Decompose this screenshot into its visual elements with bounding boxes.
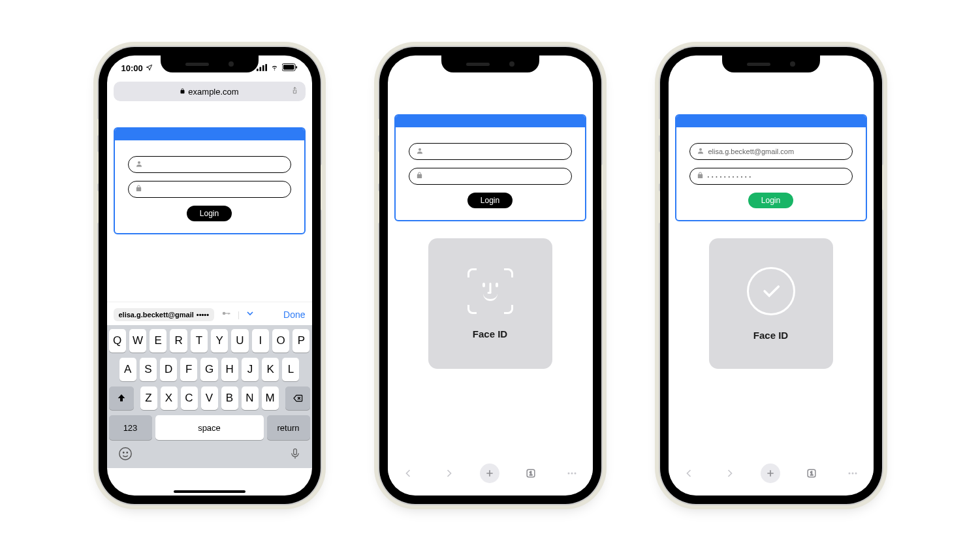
return-key[interactable]: return: [267, 415, 310, 440]
key-c[interactable]: C: [181, 386, 198, 410]
person-icon: [135, 160, 143, 170]
username-input[interactable]: elisa.g.beckett@gmail.com: [689, 143, 853, 160]
numeric-key[interactable]: 123: [109, 415, 152, 440]
faceid-label: Face ID: [473, 328, 507, 339]
shift-key[interactable]: [109, 386, 134, 410]
phone-button-power: [882, 165, 885, 210]
backspace-key[interactable]: [285, 386, 310, 410]
key-z[interactable]: Z: [140, 386, 157, 410]
nav-tabs[interactable]: 1: [802, 464, 821, 483]
password-input[interactable]: [128, 181, 291, 198]
svg-rect-5: [283, 65, 294, 69]
key-l[interactable]: L: [282, 358, 299, 381]
key-r[interactable]: R: [170, 329, 187, 353]
login-button[interactable]: Login: [748, 193, 793, 208]
key-y[interactable]: Y: [211, 329, 228, 353]
phone-button-silent: [657, 119, 660, 136]
svg-rect-1: [259, 67, 261, 71]
key-f[interactable]: F: [180, 358, 197, 381]
key-i[interactable]: I: [252, 329, 269, 353]
key-k[interactable]: K: [262, 358, 279, 381]
phone-button-volume-down: [377, 191, 379, 223]
key-m[interactable]: M: [262, 386, 279, 410]
nav-back[interactable]: [398, 464, 418, 483]
password-value: • • • • • • • • • • •: [708, 174, 751, 179]
nav-new-tab[interactable]: [480, 464, 499, 483]
key-e[interactable]: E: [150, 329, 166, 353]
notch: [441, 55, 539, 72]
phone-mockup-1: 10:00 example.com: [99, 47, 321, 504]
svg-rect-19: [293, 449, 296, 455]
svg-point-26: [699, 148, 702, 151]
space-key[interactable]: space: [155, 415, 264, 440]
password-autofill-suggestion[interactable]: elisa.g.beckett@gmail •••••: [114, 308, 215, 321]
username-input[interactable]: [128, 156, 291, 173]
share-icon[interactable]: [291, 86, 299, 97]
success-check-icon: [747, 267, 795, 315]
keyboard: QWERTYUIOP ASDFGHJKL ZXCVBNM 123 space r…: [107, 325, 312, 468]
home-indicator[interactable]: [174, 490, 245, 493]
password-input[interactable]: • • • • • • • • • • •: [689, 168, 853, 185]
key-g[interactable]: G: [200, 358, 217, 381]
login-button[interactable]: Login: [187, 206, 232, 221]
svg-rect-0: [257, 69, 259, 71]
nav-back[interactable]: [679, 464, 699, 483]
key-s[interactable]: S: [140, 358, 157, 381]
key-o[interactable]: O: [272, 329, 289, 353]
chevron-down-icon[interactable]: [245, 308, 255, 321]
key-a[interactable]: A: [119, 358, 136, 381]
svg-point-29: [849, 473, 851, 475]
svg-point-17: [123, 452, 123, 452]
username-input[interactable]: [409, 143, 572, 160]
card-header-bar: [115, 129, 304, 140]
key-v[interactable]: V: [201, 386, 218, 410]
key-n[interactable]: N: [242, 386, 259, 410]
url-text: example.com: [188, 87, 238, 97]
key-w[interactable]: W: [129, 329, 146, 353]
phone-button-volume-up: [96, 151, 99, 184]
key-q[interactable]: Q: [109, 329, 126, 353]
nav-tabs[interactable]: 1: [521, 464, 541, 483]
battery-icon: [282, 63, 298, 73]
separator: |: [238, 310, 240, 319]
url-bar[interactable]: example.com: [114, 82, 306, 101]
key-icon[interactable]: [219, 309, 232, 320]
screen-2: Login Face ID 1: [388, 55, 593, 496]
nav-new-tab[interactable]: [761, 464, 780, 483]
autofill-identity: elisa.g.beckett@gmail: [119, 311, 194, 319]
key-d[interactable]: D: [160, 358, 177, 381]
svg-point-7: [138, 161, 140, 164]
login-button[interactable]: Login: [467, 193, 513, 208]
svg-point-31: [855, 473, 857, 475]
keyboard-done-button[interactable]: Done: [283, 309, 305, 320]
phone-button-volume-up: [657, 151, 660, 184]
svg-rect-3: [265, 64, 267, 71]
key-j[interactable]: J: [242, 358, 259, 381]
key-h[interactable]: H: [221, 358, 238, 381]
screen-3: elisa.g.beckett@gmail.com • • • • • • • …: [669, 55, 874, 496]
person-icon: [416, 147, 424, 157]
lock-field-icon: [416, 172, 423, 181]
nav-more[interactable]: [843, 464, 862, 483]
nav-more[interactable]: [562, 464, 582, 483]
screen-1: 10:00 example.com: [107, 55, 312, 496]
key-p[interactable]: P: [292, 329, 309, 353]
key-x[interactable]: X: [161, 386, 178, 410]
svg-text:1: 1: [810, 470, 814, 477]
svg-point-16: [119, 448, 131, 460]
svg-point-24: [571, 473, 573, 475]
mic-key[interactable]: [289, 447, 301, 464]
login-card: elisa.g.beckett@gmail.com • • • • • • • …: [675, 114, 867, 221]
nav-forward[interactable]: [720, 464, 740, 483]
notch: [161, 55, 259, 72]
password-input[interactable]: [409, 168, 572, 185]
key-b[interactable]: B: [221, 386, 238, 410]
phone-button-power: [321, 165, 323, 210]
svg-point-30: [852, 473, 854, 475]
nav-forward[interactable]: [439, 464, 459, 483]
emoji-key[interactable]: [118, 447, 133, 464]
faceid-icon: [467, 268, 513, 314]
location-icon: [146, 63, 153, 73]
key-u[interactable]: U: [231, 329, 248, 353]
key-t[interactable]: T: [191, 329, 208, 353]
